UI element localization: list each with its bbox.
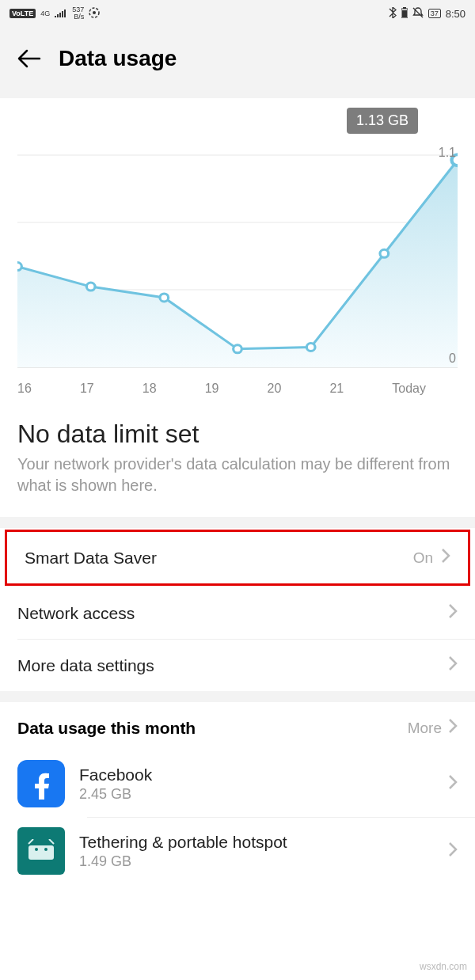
app-usage-row[interactable]: Tethering & portable hotspot 1.49 GB	[87, 817, 475, 884]
battery-icon-small	[401, 7, 408, 21]
network-indicator: 4G	[40, 10, 50, 17]
svg-point-13	[306, 344, 315, 351]
smart-data-saver-row[interactable]: Smart Data Saver On	[7, 532, 468, 583]
svg-rect-16	[28, 845, 54, 860]
total-badge: 1.13 GB	[347, 108, 418, 134]
app-name: Facebook	[79, 765, 434, 784]
svg-point-14	[380, 249, 389, 257]
svg-rect-4	[402, 10, 407, 17]
limit-subtitle: Your network provider's data calculation…	[0, 449, 475, 517]
app-data: 2.45 GB	[79, 786, 434, 803]
setting-label: More data settings	[17, 656, 154, 675]
chevron-right-icon	[448, 655, 458, 675]
chevron-right-icon	[448, 841, 458, 860]
status-bar: VoLTE 4G 537 B/s 37 8:50	[0, 0, 475, 27]
month-header: Data usage this month More	[0, 702, 475, 750]
tethering-icon	[17, 827, 65, 875]
svg-rect-3	[403, 7, 406, 9]
usage-chart: 1.13 GB 1.1 0 16 17 18 19 20 21 Today	[0, 98, 475, 402]
arrow-left-icon	[17, 49, 41, 68]
facebook-icon	[17, 760, 65, 807]
chevron-right-icon	[448, 603, 458, 623]
svg-line-20	[49, 839, 54, 844]
more-data-settings-row[interactable]: More data settings	[17, 639, 475, 691]
y-tick-low: 0	[449, 351, 456, 366]
signal-icon	[55, 8, 67, 20]
svg-point-18	[44, 848, 48, 851]
bluetooth-icon	[389, 7, 397, 21]
clock: 8:50	[446, 8, 466, 20]
back-button[interactable]	[17, 47, 41, 70]
app-data: 1.49 GB	[79, 853, 434, 870]
app-name: Tethering & portable hotspot	[79, 833, 434, 852]
app-header: Data usage	[0, 27, 475, 98]
setting-value: On	[413, 549, 433, 567]
volte-badge: VoLTE	[10, 9, 36, 18]
svg-point-12	[234, 345, 242, 353]
chevron-right-icon	[441, 548, 450, 568]
more-button[interactable]: More	[408, 718, 458, 738]
svg-point-1	[93, 11, 96, 14]
svg-point-10	[86, 283, 95, 291]
speed-indicator: 537 B/s	[72, 6, 84, 21]
setting-label: Network access	[17, 604, 135, 623]
page-title: Data usage	[59, 46, 177, 71]
y-tick-high: 1.1	[439, 146, 456, 160]
x-axis-labels: 16 17 18 19 20 21 Today	[17, 377, 458, 396]
network-access-row[interactable]: Network access	[0, 587, 475, 639]
data-saver-icon	[89, 7, 100, 21]
svg-point-9	[17, 263, 21, 271]
setting-label: Smart Data Saver	[25, 549, 157, 568]
chevron-right-icon	[448, 718, 458, 738]
chart-svg	[17, 108, 458, 377]
svg-line-19	[28, 839, 33, 844]
svg-point-17	[35, 848, 38, 851]
chevron-right-icon	[448, 774, 458, 793]
svg-point-11	[160, 294, 169, 302]
month-title: Data usage this month	[17, 719, 196, 738]
battery-percent: 37	[428, 9, 441, 18]
highlight-box: Smart Data Saver On	[5, 530, 470, 586]
dnd-icon	[412, 7, 424, 21]
app-usage-row[interactable]: Facebook 2.45 GB	[0, 750, 475, 817]
watermark: wsxdn.com	[420, 961, 467, 972]
limit-title: No data limit set	[0, 402, 475, 449]
